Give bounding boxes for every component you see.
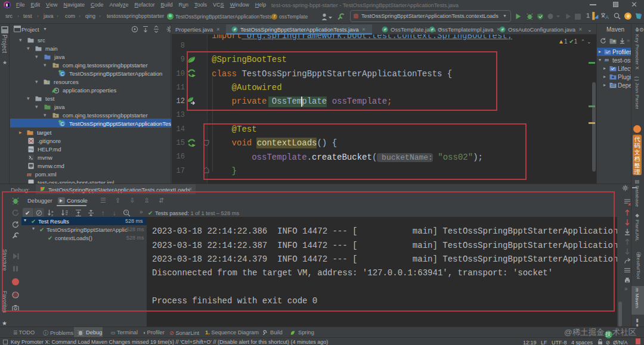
svg-text:A: A [605,14,609,20]
